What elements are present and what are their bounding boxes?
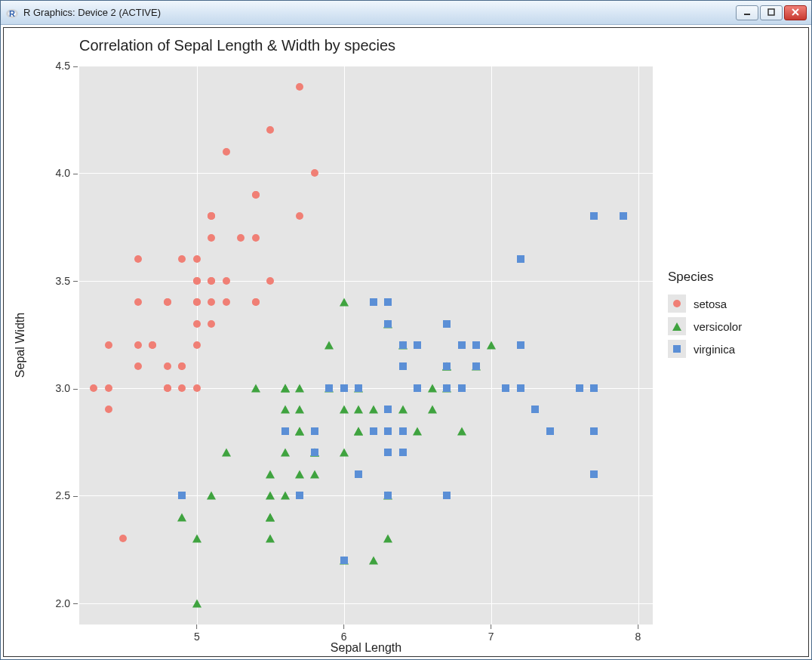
data-point xyxy=(296,83,303,91)
data-point xyxy=(164,384,171,392)
data-point xyxy=(105,384,112,392)
svg-rect-3 xyxy=(744,14,750,15)
data-point xyxy=(266,470,275,478)
data-point xyxy=(193,298,201,306)
data-point xyxy=(414,341,421,349)
legend-item: setosa xyxy=(668,292,742,315)
legend-swatch xyxy=(668,317,686,335)
data-point xyxy=(266,492,275,500)
y-axis-label: Sepal Width xyxy=(14,313,27,378)
data-point xyxy=(369,556,378,564)
titlebar[interactable]: R R Graphics: Device 2 (ACTIVE) xyxy=(1,1,811,25)
data-point xyxy=(178,255,186,263)
data-point xyxy=(340,557,348,564)
data-point xyxy=(443,362,451,370)
minimize-button[interactable] xyxy=(736,5,758,20)
data-point xyxy=(281,492,290,500)
data-point xyxy=(222,449,231,457)
close-button[interactable] xyxy=(784,5,807,20)
data-point xyxy=(414,384,421,392)
data-point xyxy=(325,384,333,392)
data-point xyxy=(443,320,451,328)
data-point xyxy=(105,341,112,349)
data-point xyxy=(281,427,289,435)
legend-label: virginica xyxy=(694,343,735,356)
window-title: R Graphics: Device 2 (ACTIVE) xyxy=(23,7,736,18)
gridline-horizontal xyxy=(79,495,653,496)
plot-panel xyxy=(79,66,653,625)
data-point xyxy=(164,298,171,306)
data-point xyxy=(281,384,290,392)
y-tick-label: 3.5 xyxy=(56,275,78,287)
data-point xyxy=(178,492,186,499)
gridline-horizontal xyxy=(79,603,653,604)
data-point xyxy=(311,427,318,435)
svg-line-6 xyxy=(792,9,798,15)
r-app-icon: R xyxy=(5,6,19,20)
data-point xyxy=(590,427,598,435)
data-point xyxy=(310,470,319,478)
data-point xyxy=(620,212,627,220)
data-point xyxy=(164,362,171,370)
data-point xyxy=(193,341,201,349)
gridline-vertical xyxy=(344,66,345,625)
data-point xyxy=(590,384,598,392)
svg-line-5 xyxy=(792,9,798,15)
x-tick-label: 5 xyxy=(194,625,200,643)
data-point xyxy=(458,384,466,392)
data-point xyxy=(237,234,245,242)
x-axis-label: Sepal Length xyxy=(79,641,653,655)
data-point xyxy=(340,384,348,392)
data-point xyxy=(295,406,304,414)
data-point xyxy=(178,384,186,392)
data-point xyxy=(399,362,407,370)
data-point xyxy=(296,492,303,499)
data-point xyxy=(223,298,230,306)
gridline-horizontal xyxy=(79,66,653,66)
close-icon xyxy=(792,8,799,17)
data-point xyxy=(384,449,392,456)
legend-label: setosa xyxy=(694,298,727,310)
data-point xyxy=(192,535,201,543)
data-point xyxy=(354,427,363,435)
maximize-button[interactable] xyxy=(760,5,783,20)
data-point xyxy=(266,535,275,543)
x-tick-label: 6 xyxy=(341,625,347,643)
data-point xyxy=(340,298,349,307)
data-point xyxy=(192,599,201,607)
data-point xyxy=(223,277,230,285)
data-point xyxy=(324,341,334,350)
legend-item: virginica xyxy=(668,338,742,360)
gridline-horizontal xyxy=(79,173,653,174)
data-point xyxy=(590,212,598,220)
y-tick-label: 4.5 xyxy=(56,60,78,72)
data-point xyxy=(340,406,349,414)
data-point xyxy=(355,384,362,392)
data-point xyxy=(517,255,524,263)
data-point xyxy=(502,384,509,392)
data-point xyxy=(487,341,496,350)
y-tick-label: 2.0 xyxy=(56,597,78,609)
data-point xyxy=(428,384,437,392)
data-point xyxy=(472,341,480,349)
svg-text:R: R xyxy=(9,9,15,18)
data-point xyxy=(576,384,583,392)
data-point xyxy=(281,449,290,457)
data-point xyxy=(208,298,215,306)
data-point xyxy=(531,406,539,413)
data-point xyxy=(134,298,142,306)
minimize-icon xyxy=(743,8,751,17)
data-point xyxy=(207,492,216,500)
chart-area: Correlation of Sepal Length & Width by s… xyxy=(4,28,808,656)
data-point xyxy=(443,384,451,392)
data-point xyxy=(413,427,422,435)
data-point xyxy=(398,406,408,414)
data-point xyxy=(251,384,260,392)
data-point xyxy=(266,513,275,521)
gridline-vertical xyxy=(638,66,639,625)
data-point xyxy=(355,470,362,478)
data-point xyxy=(399,341,407,349)
data-point xyxy=(399,427,407,435)
data-point xyxy=(177,513,186,521)
data-point xyxy=(384,406,392,413)
